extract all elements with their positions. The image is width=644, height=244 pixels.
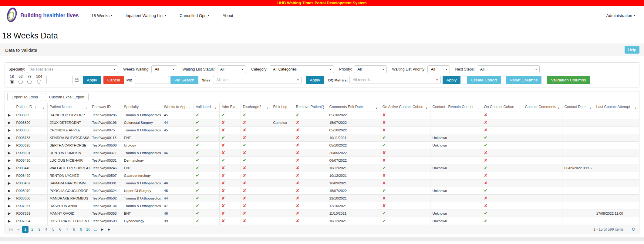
column-header-validated[interactable]: Validated⋮ — [194, 103, 219, 111]
pager-prev-button[interactable]: ◀ — [15, 226, 22, 233]
pid-search-button[interactable]: Pid Search — [170, 76, 198, 84]
column-header-patient-id[interactable]: Patient ID↓⋮ — [14, 103, 47, 111]
custom-excel-export-button[interactable]: Custom Excel Export — [45, 93, 89, 101]
column-menu-icon[interactable]: ⋮ — [476, 105, 480, 109]
row-expander[interactable]: ▶ — [5, 164, 14, 172]
date-input[interactable] — [46, 76, 72, 84]
create-cohort-button[interactable]: Create Cohort — [467, 76, 501, 84]
column-header-contact-comments[interactable]: Contact Comments⋮ — [523, 103, 562, 111]
column-header-contact-remain-on-list[interactable]: Contact - Remain On List⋮ — [430, 103, 482, 111]
row-expander[interactable]: ▶ — [5, 179, 14, 187]
export-to-excel-button[interactable]: Export To Excel — [7, 93, 42, 101]
column-menu-icon[interactable]: ⋮ — [517, 105, 521, 109]
cell-comments-edit-date: 11/10/2021 — [327, 209, 380, 217]
row-expander[interactable]: ▶ — [5, 172, 14, 179]
dq-metrics-dropdown[interactable]: All records... ▼ — [349, 76, 441, 84]
validation-columns-button[interactable]: Validation Columns — [547, 76, 590, 84]
column-menu-icon[interactable]: ⋮ — [235, 105, 239, 109]
row-expander[interactable]: ▶ — [5, 217, 14, 225]
row-expander[interactable]: ▶ — [5, 209, 14, 217]
row-expander[interactable]: ▶ — [5, 111, 14, 119]
column-menu-icon[interactable]: ⋮ — [265, 105, 269, 109]
pager-more-button[interactable]: ... — [94, 227, 97, 232]
column-header-contact-date[interactable]: Contact Date⋮ — [562, 103, 594, 111]
horizontal-scrollbar[interactable] — [0, 237, 644, 241]
column-header-weeks-to-app[interactable]: Weeks to App⋮ — [162, 103, 194, 111]
pager-first-button[interactable]: ◀ — [7, 226, 15, 233]
column-header-discharge[interactable]: Discharge?⋮ — [241, 103, 271, 111]
column-menu-icon[interactable]: ⋮ — [214, 105, 218, 109]
column-menu-icon[interactable]: ⋮ — [84, 105, 88, 109]
column-header-comments-edit-date[interactable]: Comments Edit Date⋮ — [327, 103, 380, 111]
waiting-list-priority-dropdown[interactable]: All ▼ — [427, 65, 450, 73]
column-menu-icon[interactable]: ⋮ — [425, 105, 429, 109]
row-expander[interactable]: ▶ — [5, 187, 14, 194]
row-expander[interactable]: ▶ — [5, 141, 14, 149]
column-menu-icon[interactable]: ⋮ — [634, 105, 638, 109]
brand-logo[interactable]: Building healthier lives — [6, 7, 79, 24]
column-header-adm-evt[interactable]: Adm Evt⋮ — [219, 103, 241, 111]
nav-item-about[interactable]: About — [223, 13, 233, 18]
column-menu-icon[interactable]: ⋮ — [557, 105, 561, 109]
nav-item-cancelled-ops[interactable]: Cancelled Ops▾ — [180, 13, 209, 18]
cancel-button[interactable]: Cancel — [103, 76, 124, 84]
weeks-radio-78[interactable] — [27, 80, 32, 84]
weeks-radio-18[interactable] — [10, 80, 14, 84]
pager-page-8[interactable]: 8 — [71, 226, 77, 233]
pager-page-4[interactable]: 4 — [43, 226, 49, 233]
pager-page-10[interactable]: 10 — [85, 226, 92, 233]
column-header-specialty[interactable]: Specialty⋮ — [122, 103, 162, 111]
row-expander[interactable]: ▶ — [5, 194, 14, 202]
column-menu-icon[interactable]: ⋮ — [116, 105, 120, 109]
column-menu-icon[interactable]: ⋮ — [288, 105, 292, 109]
weeks-radio-52[interactable] — [19, 80, 23, 84]
column-menu-icon[interactable]: ⋮ — [375, 105, 379, 109]
row-expander[interactable]: ▶ — [5, 134, 14, 141]
specialty-dropdown[interactable]: All specialties... ▼ — [27, 65, 118, 73]
next-steps-dropdown[interactable]: All ▼ — [477, 65, 540, 73]
row-expander[interactable]: ▶ — [5, 157, 14, 164]
column-menu-icon[interactable]: ⋮ — [588, 105, 592, 109]
column-header-risk-log[interactable]: Risk Log⋮ — [271, 103, 294, 111]
pager-page-9[interactable]: 9 — [78, 226, 84, 233]
help-button[interactable]: Help — [625, 46, 639, 54]
column-menu-icon[interactable]: ⋮ — [156, 105, 160, 109]
column-header-on-active-contact-cohort[interactable]: On Active Contact Cohort⋮ — [380, 103, 430, 111]
apply-button[interactable]: Apply — [83, 76, 101, 84]
row-expander[interactable]: ▶ — [5, 149, 14, 157]
column-menu-icon[interactable]: ⋮ — [42, 105, 46, 109]
waiting-list-status-dropdown[interactable]: All ▼ — [217, 65, 246, 73]
weeks-waiting-dropdown[interactable]: All ▼ — [151, 65, 177, 73]
reset-columns-button[interactable]: Reset Columns — [506, 76, 541, 84]
pager-page-7[interactable]: 7 — [64, 226, 70, 233]
sites-apply-button[interactable]: Apply — [306, 76, 324, 84]
priority-dropdown[interactable]: All ▼ — [354, 65, 387, 73]
column-header-patient-name[interactable]: Patient Name⋮ — [47, 103, 90, 111]
weeks-radio-104[interactable] — [37, 80, 41, 84]
column-menu-icon[interactable]: ⋮ — [188, 105, 192, 109]
pager-page-3[interactable]: 3 — [36, 226, 42, 233]
nav-item-inpatient-waiting-list[interactable]: Inpatient Waiting List▾ — [126, 13, 166, 18]
pager-next-button[interactable]: ▶ — [99, 226, 106, 233]
calendar-icon[interactable] — [72, 76, 80, 84]
nav-item-18-weeks[interactable]: 18 Weeks▾ — [91, 13, 112, 18]
sites-dropdown[interactable]: All sites... ▼ — [213, 76, 302, 84]
pager-page-2[interactable]: 2 — [29, 226, 35, 233]
refresh-icon[interactable]: ↻ — [632, 226, 636, 232]
pager-page-6[interactable]: 6 — [57, 226, 63, 233]
dq-apply-button[interactable]: Apply — [443, 76, 461, 84]
column-header-remove-patient[interactable]: Remove Patient?⋮ — [294, 103, 327, 111]
row-expander[interactable]: ▶ — [5, 202, 14, 209]
column-header-last-contact-attempt[interactable]: Last Contact Attempt⋮ — [594, 103, 639, 111]
column-menu-icon[interactable]: ⋮ — [322, 105, 325, 109]
pager-page-5[interactable]: 5 — [50, 226, 56, 233]
column-header-on-contact-cohort[interactable]: On Contact Cohort⋮ — [482, 103, 523, 111]
row-expander[interactable]: ▶ — [5, 126, 14, 134]
row-expander[interactable]: ▶ — [5, 119, 14, 126]
pid-input[interactable] — [135, 76, 169, 84]
pager-last-button[interactable]: ▶ — [106, 226, 113, 233]
nav-item-administration[interactable]: Administration ▾ — [606, 13, 638, 18]
pager-page-1[interactable]: 1 — [22, 226, 29, 233]
category-dropdown[interactable]: All Categories ▼ — [270, 65, 334, 73]
column-header-pathway-id[interactable]: Pathway ID⋮ — [90, 103, 122, 111]
